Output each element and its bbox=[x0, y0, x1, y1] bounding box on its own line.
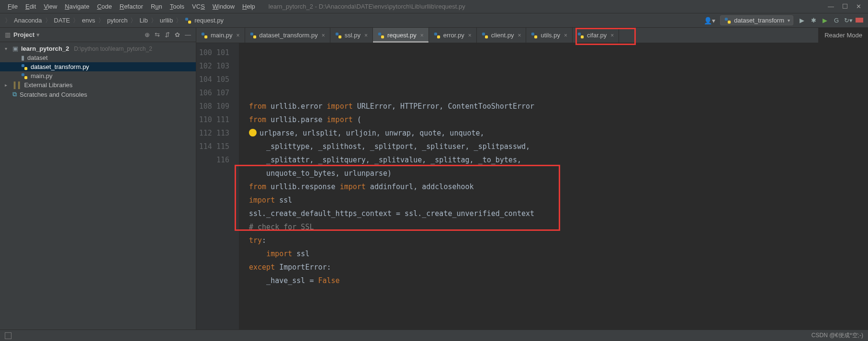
gear-icon[interactable]: ✿ bbox=[175, 31, 180, 38]
tree-item-label: dataset_transform.py bbox=[31, 63, 89, 70]
python-file-icon bbox=[21, 64, 28, 70]
user-icon[interactable]: 👤▾ bbox=[704, 17, 715, 24]
status-toolwindow-icon[interactable] bbox=[5, 332, 11, 339]
library-icon: ║║ bbox=[12, 81, 21, 89]
tree-file-main[interactable]: main.py bbox=[0, 71, 196, 80]
run-config-select[interactable]: dataset_transform bbox=[720, 15, 793, 25]
tree-folder-dataset[interactable]: ▮ dataset bbox=[0, 53, 196, 62]
line-number-gutter: 100 101 102 103 104 105 106 107 108 109 … bbox=[196, 43, 239, 330]
tab-label: ssl.py bbox=[345, 32, 361, 39]
close-icon[interactable]: × bbox=[564, 32, 567, 39]
python-file-icon bbox=[531, 32, 538, 39]
close-icon[interactable]: × bbox=[610, 32, 614, 39]
close-icon[interactable]: × bbox=[468, 32, 472, 39]
chevron-right-icon: ▸ bbox=[5, 82, 10, 88]
close-icon[interactable]: × bbox=[322, 32, 325, 39]
expand-icon[interactable]: ⇆ bbox=[155, 31, 160, 38]
python-file-icon bbox=[250, 32, 257, 39]
tab-utils[interactable]: utils.py × bbox=[526, 28, 572, 43]
code-line: urlparse, urlsplit, urljoin, unwrap, quo… bbox=[249, 126, 868, 140]
tab-label: client.py bbox=[491, 32, 514, 39]
window-title-path: D:\Anaconda\DATE\envs\pytorch\Lib\urllib… bbox=[319, 3, 465, 10]
code-line: ssl._create_default_https_context = ssl.… bbox=[249, 207, 868, 220]
tree-external-libraries[interactable]: ▸ ║║ External Libraries bbox=[0, 80, 196, 90]
chevron-down-icon: ▾ bbox=[5, 46, 10, 51]
tree-file-dataset-transform[interactable]: dataset_transform.py bbox=[0, 62, 196, 71]
code-line: import ssl bbox=[249, 247, 868, 261]
code-line: # check for SSL bbox=[249, 220, 868, 234]
close-icon[interactable]: × bbox=[420, 32, 424, 39]
tab-client[interactable]: client.py × bbox=[477, 28, 527, 43]
svg-rect-5 bbox=[24, 67, 27, 70]
menu-file[interactable]: File bbox=[4, 3, 22, 10]
svg-rect-20 bbox=[531, 32, 534, 35]
crumb[interactable]: Lib bbox=[139, 17, 147, 24]
svg-rect-17 bbox=[437, 35, 440, 38]
tree-project-root[interactable]: ▾ ▣ learn_pytorch_2 D:\python tool\learn… bbox=[0, 44, 196, 53]
code-line: from urllib.error import URLError, HTTPE… bbox=[249, 100, 868, 113]
svg-rect-3 bbox=[728, 21, 731, 23]
close-icon[interactable]: × bbox=[364, 32, 368, 39]
project-sidebar: ▥ Project ▾ ⊕ ⇆ ⇵ ✿ — ▾ ▣ learn_pytorch_… bbox=[0, 28, 196, 330]
editor-area: main.py × dataset_transform.py × ssl.py … bbox=[196, 28, 868, 330]
svg-rect-7 bbox=[24, 76, 27, 79]
tab-error[interactable]: error.py × bbox=[429, 28, 477, 43]
maximize-button[interactable] bbox=[843, 3, 847, 10]
tree-scratches[interactable]: ⧉ Scratches and Consoles bbox=[0, 90, 196, 99]
tree-item-label: dataset bbox=[27, 54, 48, 61]
close-icon[interactable]: × bbox=[237, 32, 240, 39]
tab-label: error.py bbox=[443, 32, 464, 39]
menu-tools[interactable]: Tools bbox=[166, 3, 188, 10]
svg-rect-22 bbox=[578, 32, 581, 35]
hide-icon[interactable]: — bbox=[185, 31, 191, 38]
collapse-icon[interactable]: ⇵ bbox=[165, 31, 170, 38]
target-icon[interactable]: ⊕ bbox=[145, 31, 150, 38]
crumb[interactable]: urllib bbox=[160, 17, 173, 24]
status-bar: CSDN @€便成*空;-) bbox=[0, 330, 868, 341]
close-icon[interactable]: × bbox=[518, 32, 521, 39]
close-button[interactable]: ✕ bbox=[856, 3, 861, 10]
svg-rect-9 bbox=[204, 35, 207, 38]
menu-run[interactable]: Run bbox=[147, 3, 166, 10]
menu-refactor[interactable]: Refactor bbox=[116, 3, 147, 10]
minimize-button[interactable]: — bbox=[828, 3, 834, 10]
svg-rect-13 bbox=[338, 35, 341, 38]
menu-window[interactable]: Window bbox=[209, 3, 238, 10]
run-coverage-icon[interactable]: ▶ bbox=[821, 17, 829, 24]
tab-request[interactable]: request.py × bbox=[373, 28, 429, 43]
project-tree: ▾ ▣ learn_pytorch_2 D:\python tool\learn… bbox=[0, 42, 196, 101]
tree-item-label: Scratches and Consoles bbox=[20, 91, 87, 98]
svg-rect-14 bbox=[378, 32, 381, 35]
python-file-icon bbox=[378, 32, 384, 39]
crumb[interactable]: DATE bbox=[54, 17, 70, 24]
svg-rect-0 bbox=[185, 17, 188, 20]
crumb[interactable]: Anaconda bbox=[14, 17, 42, 24]
python-file-icon bbox=[21, 73, 28, 80]
crumb-file[interactable]: request.py bbox=[194, 17, 224, 24]
stop-dropdown-icon[interactable]: ↻▾ bbox=[844, 17, 852, 24]
menu-vcs[interactable]: VCS bbox=[188, 3, 209, 10]
tab-label: dataset_transform.py bbox=[259, 32, 318, 39]
tab-ssl[interactable]: ssl.py × bbox=[330, 28, 373, 43]
python-file-icon bbox=[482, 32, 488, 39]
main-area: ▥ Project ▾ ⊕ ⇆ ⇵ ✿ — ▾ ▣ learn_pytorch_… bbox=[0, 28, 868, 330]
menu-code[interactable]: Code bbox=[93, 3, 116, 10]
project-tool-icon[interactable]: ▥ bbox=[5, 31, 11, 38]
menu-view[interactable]: View bbox=[40, 3, 61, 10]
menu-edit[interactable]: Edit bbox=[22, 3, 40, 10]
menu-help[interactable]: Help bbox=[238, 3, 259, 10]
menu-navigate[interactable]: Navigate bbox=[61, 3, 93, 10]
reader-mode-label[interactable]: Reader Mode bbox=[818, 28, 868, 43]
run-icon[interactable]: ▶ bbox=[798, 17, 806, 24]
attach-icon[interactable]: G bbox=[833, 17, 840, 24]
tab-dataset-transform[interactable]: dataset_transform.py × bbox=[245, 28, 330, 43]
stop-icon[interactable] bbox=[856, 17, 863, 24]
crumb[interactable]: pytorch bbox=[107, 17, 128, 24]
python-file-icon bbox=[185, 17, 192, 24]
tab-cifar[interactable]: cifar.py × bbox=[573, 28, 619, 43]
debug-icon[interactable]: ✱ bbox=[810, 17, 817, 24]
code-editor[interactable]: from urllib.error import URLError, HTTPE… bbox=[239, 43, 868, 330]
tab-main[interactable]: main.py × bbox=[196, 28, 245, 43]
svg-rect-18 bbox=[482, 32, 485, 35]
crumb[interactable]: envs bbox=[82, 17, 95, 24]
